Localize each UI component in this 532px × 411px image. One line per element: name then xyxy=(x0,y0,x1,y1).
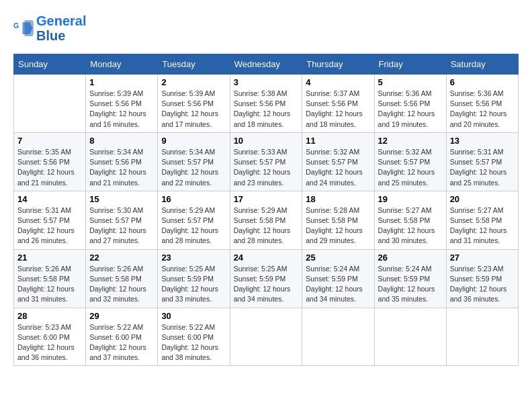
calendar-cell: 25Sunrise: 5:24 AMSunset: 5:59 PMDayligh… xyxy=(302,249,374,308)
calendar-cell: 16Sunrise: 5:29 AMSunset: 5:57 PMDayligh… xyxy=(158,191,230,249)
svg-text:G: G xyxy=(13,21,19,30)
day-info: Sunrise: 5:23 AMSunset: 6:00 PMDaylight:… xyxy=(17,322,82,363)
calendar-cell xyxy=(374,308,446,366)
calendar-cell: 15Sunrise: 5:30 AMSunset: 5:57 PMDayligh… xyxy=(86,191,158,249)
day-number: 17 xyxy=(234,194,299,204)
logo-text: GeneralBlue xyxy=(36,13,86,43)
day-info: Sunrise: 5:25 AMSunset: 5:59 PMDaylight:… xyxy=(234,264,299,305)
day-info: Sunrise: 5:22 AMSunset: 6:00 PMDaylight:… xyxy=(89,322,154,363)
day-number: 11 xyxy=(306,136,370,146)
day-number: 4 xyxy=(306,77,370,87)
calendar-body: 1Sunrise: 5:39 AMSunset: 5:56 PMDaylight… xyxy=(14,75,519,366)
day-info: Sunrise: 5:23 AMSunset: 5:59 PMDaylight:… xyxy=(450,264,515,305)
day-info: Sunrise: 5:37 AMSunset: 5:56 PMDaylight:… xyxy=(306,89,370,130)
day-info: Sunrise: 5:24 AMSunset: 5:59 PMDaylight:… xyxy=(306,264,370,305)
calendar-cell xyxy=(14,75,86,133)
calendar-cell: 19Sunrise: 5:27 AMSunset: 5:58 PMDayligh… xyxy=(374,191,446,249)
day-number: 8 xyxy=(89,136,154,146)
day-info: Sunrise: 5:25 AMSunset: 5:59 PMDaylight:… xyxy=(161,264,226,305)
day-number: 12 xyxy=(378,136,443,146)
day-number: 25 xyxy=(306,253,370,263)
weekday-header: Sunday xyxy=(14,54,86,75)
day-number: 22 xyxy=(89,253,154,263)
day-info: Sunrise: 5:31 AMSunset: 5:57 PMDaylight:… xyxy=(450,147,515,188)
day-number: 13 xyxy=(450,136,515,146)
calendar-cell: 11Sunrise: 5:32 AMSunset: 5:57 PMDayligh… xyxy=(302,132,374,191)
calendar-cell: 13Sunrise: 5:31 AMSunset: 5:57 PMDayligh… xyxy=(446,132,518,191)
day-info: Sunrise: 5:26 AMSunset: 5:58 PMDaylight:… xyxy=(17,264,82,305)
calendar-cell: 12Sunrise: 5:32 AMSunset: 5:57 PMDayligh… xyxy=(374,132,446,191)
calendar-cell: 26Sunrise: 5:24 AMSunset: 5:59 PMDayligh… xyxy=(374,249,446,308)
calendar-cell: 6Sunrise: 5:36 AMSunset: 5:56 PMDaylight… xyxy=(446,75,518,133)
calendar-cell xyxy=(302,308,374,366)
day-number: 29 xyxy=(89,311,154,321)
day-number: 3 xyxy=(234,77,299,87)
weekday-header: Thursday xyxy=(302,54,374,75)
calendar-cell: 24Sunrise: 5:25 AMSunset: 5:59 PMDayligh… xyxy=(230,249,302,308)
calendar-cell: 28Sunrise: 5:23 AMSunset: 6:00 PMDayligh… xyxy=(14,308,86,366)
calendar-cell: 9Sunrise: 5:34 AMSunset: 5:57 PMDaylight… xyxy=(158,132,230,191)
calendar-cell: 7Sunrise: 5:35 AMSunset: 5:56 PMDaylight… xyxy=(14,132,86,191)
weekday-header: Friday xyxy=(374,54,446,75)
day-info: Sunrise: 5:36 AMSunset: 5:56 PMDaylight:… xyxy=(450,89,515,130)
calendar-cell: 20Sunrise: 5:27 AMSunset: 5:58 PMDayligh… xyxy=(446,191,518,249)
day-number: 24 xyxy=(234,253,299,263)
calendar-cell xyxy=(230,308,302,366)
day-info: Sunrise: 5:27 AMSunset: 5:58 PMDaylight:… xyxy=(450,205,515,246)
day-number: 18 xyxy=(306,194,370,204)
day-info: Sunrise: 5:34 AMSunset: 5:57 PMDaylight:… xyxy=(161,147,226,188)
day-number: 19 xyxy=(378,194,443,204)
day-info: Sunrise: 5:28 AMSunset: 5:58 PMDaylight:… xyxy=(306,205,370,246)
calendar-cell: 17Sunrise: 5:29 AMSunset: 5:58 PMDayligh… xyxy=(230,191,302,249)
calendar-cell: 22Sunrise: 5:26 AMSunset: 5:58 PMDayligh… xyxy=(86,249,158,308)
day-number: 9 xyxy=(161,136,226,146)
day-info: Sunrise: 5:33 AMSunset: 5:57 PMDaylight:… xyxy=(234,147,299,188)
day-info: Sunrise: 5:32 AMSunset: 5:57 PMDaylight:… xyxy=(306,147,370,188)
day-info: Sunrise: 5:29 AMSunset: 5:58 PMDaylight:… xyxy=(234,205,299,246)
weekday-header: Saturday xyxy=(446,54,518,75)
calendar-cell: 3Sunrise: 5:38 AMSunset: 5:56 PMDaylight… xyxy=(230,75,302,133)
page-header: G GeneralBlue xyxy=(13,13,519,43)
day-info: Sunrise: 5:30 AMSunset: 5:57 PMDaylight:… xyxy=(89,205,154,246)
day-number: 10 xyxy=(234,136,299,146)
day-info: Sunrise: 5:31 AMSunset: 5:57 PMDaylight:… xyxy=(17,205,82,246)
day-number: 14 xyxy=(17,194,82,204)
day-number: 5 xyxy=(378,77,443,87)
calendar-cell: 27Sunrise: 5:23 AMSunset: 5:59 PMDayligh… xyxy=(446,249,518,308)
day-info: Sunrise: 5:36 AMSunset: 5:56 PMDaylight:… xyxy=(378,89,443,130)
calendar-cell: 23Sunrise: 5:25 AMSunset: 5:59 PMDayligh… xyxy=(158,249,230,308)
calendar-week-row: 1Sunrise: 5:39 AMSunset: 5:56 PMDaylight… xyxy=(14,75,519,133)
calendar-cell: 1Sunrise: 5:39 AMSunset: 5:56 PMDaylight… xyxy=(86,75,158,133)
day-number: 7 xyxy=(17,136,82,146)
day-number: 2 xyxy=(161,77,226,87)
weekday-header: Monday xyxy=(86,54,158,75)
logo-icon: G xyxy=(13,18,34,38)
day-info: Sunrise: 5:34 AMSunset: 5:56 PMDaylight:… xyxy=(89,147,154,188)
calendar-header-row: SundayMondayTuesdayWednesdayThursdayFrid… xyxy=(14,54,519,75)
day-info: Sunrise: 5:29 AMSunset: 5:57 PMDaylight:… xyxy=(161,205,226,246)
calendar-week-row: 21Sunrise: 5:26 AMSunset: 5:58 PMDayligh… xyxy=(14,249,519,308)
day-number: 21 xyxy=(17,253,82,263)
calendar-cell: 4Sunrise: 5:37 AMSunset: 5:56 PMDaylight… xyxy=(302,75,374,133)
calendar-cell: 8Sunrise: 5:34 AMSunset: 5:56 PMDaylight… xyxy=(86,132,158,191)
day-number: 26 xyxy=(378,253,443,263)
day-number: 23 xyxy=(161,253,226,263)
day-info: Sunrise: 5:38 AMSunset: 5:56 PMDaylight:… xyxy=(234,89,299,130)
calendar-cell xyxy=(446,308,518,366)
day-info: Sunrise: 5:39 AMSunset: 5:56 PMDaylight:… xyxy=(161,89,226,130)
day-number: 1 xyxy=(89,77,154,87)
calendar-week-row: 28Sunrise: 5:23 AMSunset: 6:00 PMDayligh… xyxy=(14,308,519,366)
calendar-cell: 29Sunrise: 5:22 AMSunset: 6:00 PMDayligh… xyxy=(86,308,158,366)
day-number: 30 xyxy=(161,311,226,321)
calendar-cell: 2Sunrise: 5:39 AMSunset: 5:56 PMDaylight… xyxy=(158,75,230,133)
day-info: Sunrise: 5:22 AMSunset: 6:00 PMDaylight:… xyxy=(161,322,226,363)
calendar-week-row: 14Sunrise: 5:31 AMSunset: 5:57 PMDayligh… xyxy=(14,191,519,249)
day-number: 20 xyxy=(450,194,515,204)
calendar-cell: 30Sunrise: 5:22 AMSunset: 6:00 PMDayligh… xyxy=(158,308,230,366)
day-info: Sunrise: 5:35 AMSunset: 5:56 PMDaylight:… xyxy=(17,147,82,188)
day-info: Sunrise: 5:32 AMSunset: 5:57 PMDaylight:… xyxy=(378,147,443,188)
logo: G GeneralBlue xyxy=(13,13,86,43)
weekday-header: Tuesday xyxy=(158,54,230,75)
svg-marker-2 xyxy=(25,20,34,36)
day-info: Sunrise: 5:27 AMSunset: 5:58 PMDaylight:… xyxy=(378,205,443,246)
